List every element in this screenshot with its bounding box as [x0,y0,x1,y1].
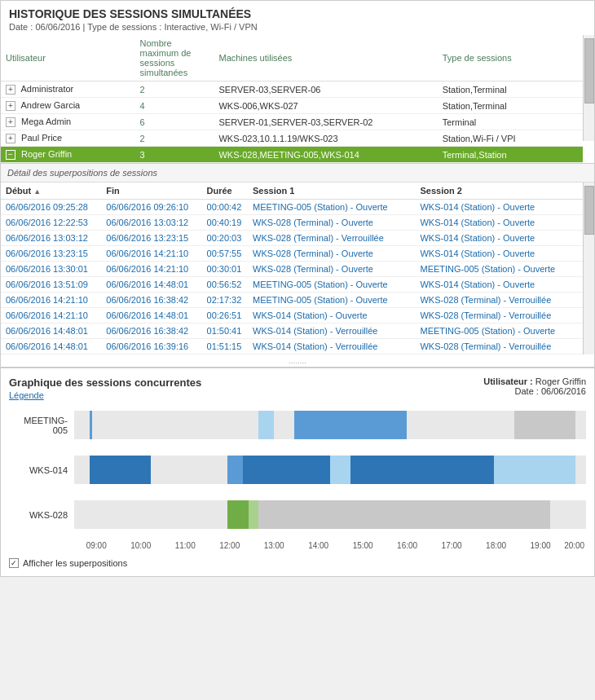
detail-table-row[interactable]: 06/06/2016 14:21:10 06/06/2016 16:38:42 … [1,293,583,308]
detail-table-row[interactable]: 06/06/2016 12:22:53 06/06/2016 13:03:12 … [1,215,583,231]
cell-duree: 02:17:32 [202,293,249,308]
chart-row-wks014: WKS-014 [9,451,586,488]
detail-table-row[interactable]: 06/06/2016 14:48:01 06/06/2016 16:39:16 … [1,339,583,354]
cell-debut: 06/06/2016 13:30:01 [1,262,101,277]
chart-date-label: Date : 06/06/2016 [515,386,586,396]
show-overlaps-checkbox[interactable]: ✓ [9,558,19,568]
cell-fin: 06/06/2016 13:23:15 [101,231,201,246]
col-header-duree: Durée [202,183,249,200]
top-table-row[interactable]: + Mega Admin 6 SERVER-01,SERVER-03,SERVE… [1,114,583,130]
cell-session1: MEETING-005 (Station) - Ouverte [248,277,415,293]
cell-fin: 06/06/2016 09:26:10 [101,200,201,215]
chart-bars-wks028 [74,500,586,529]
bar-wks028-2 [249,500,259,529]
cell-max: 2 [135,81,214,98]
bar-wks014-6 [494,456,575,484]
x-axis-label: 16:00 [385,541,429,550]
cell-session2: WKS-014 (Station) - Ouverte [415,246,583,262]
x-axis-label: 14:00 [296,541,340,550]
cell-session1: MEETING-005 (Station) - Ouverte [248,200,415,215]
cell-session2: WKS-028 (Terminal) - Verrouillée [415,308,583,324]
chart-section: Graphique des sessions concurrentes Lége… [1,367,594,576]
cell-user: + Paul Price [1,130,135,147]
cell-fin: 06/06/2016 13:03:12 [101,215,201,231]
cell-type: Terminal,Station [438,147,583,163]
detail-header-label: Détail des superpositions de sessions [1,164,594,183]
cell-duree: 00:30:01 [202,262,249,277]
detail-table-row[interactable]: 06/06/2016 09:25:28 06/06/2016 09:26:10 … [1,200,583,215]
bar-wks028-4 [258,500,550,529]
chart-bottom: ✓ Afficher les superpositions [9,555,586,568]
user-name-3: Paul Price [21,133,62,143]
legend-link[interactable]: Légende [9,390,201,400]
top-table-wrapper: Utilisateur Nombre maximum de sessions s… [1,35,594,163]
expand-btn-2[interactable]: + [6,117,15,127]
top-table-row[interactable]: + Andrew Garcia 4 WKS-006,WKS-027 Statio… [1,98,583,114]
x-axis-label: 10:00 [118,541,162,550]
show-overlaps-area[interactable]: ✓ Afficher les superpositions [9,558,127,568]
detail-table-row[interactable]: 06/06/2016 14:48:01 06/06/2016 16:38:42 … [1,324,583,339]
cell-user: + Andrew Garcia [1,98,135,114]
chart-title-area: Graphique des sessions concurrentes Lége… [9,376,201,400]
cell-debut: 06/06/2016 14:48:01 [1,339,101,354]
cell-duree: 01:50:41 [202,324,249,339]
detail-scroll-thumb[interactable] [584,186,594,235]
cell-user: − Roger Griffin [1,147,135,163]
cell-debut: 06/06/2016 13:03:12 [1,231,101,246]
cell-user: + Administrator [1,81,135,98]
detail-table-row[interactable]: 06/06/2016 13:30:01 06/06/2016 14:21:10 … [1,262,583,277]
chart-row-meeting005: MEETING-005 [9,407,586,443]
col-header-user: Utilisateur [1,35,135,81]
expand-btn-4[interactable]: − [6,150,15,160]
col-header-machines: Machines utilisées [214,35,437,81]
detail-table-row[interactable]: 06/06/2016 13:23:15 06/06/2016 14:21:10 … [1,246,583,262]
expand-btn-1[interactable]: + [6,101,15,111]
cell-duree: 00:26:51 [202,308,249,324]
col-header-max: Nombre maximum de sessions simultanées [135,35,214,81]
cell-type: Station,Terminal [438,81,583,98]
detail-table-row[interactable]: 06/06/2016 13:03:12 06/06/2016 13:23:15 … [1,231,583,246]
bar-wks014-4 [330,456,350,484]
expand-btn-3[interactable]: + [6,134,15,143]
detail-table-scrollbar[interactable] [583,183,594,354]
col-header-session2: Session 2 [415,183,583,200]
user-name-0: Administrator [20,84,73,94]
chart-area: MEETING-005 WKS-014 [9,407,586,550]
show-overlaps-label: Afficher les superpositions [23,558,127,568]
top-table-row[interactable]: + Paul Price 2 WKS-023,10.1.1.19/WKS-023… [1,130,583,147]
detail-table-row[interactable]: 06/06/2016 14:21:10 06/06/2016 14:48:01 … [1,308,583,324]
cell-session1: WKS-028 (Terminal) - Ouverte [248,246,415,262]
scroll-thumb[interactable] [584,38,594,103]
top-table-row[interactable]: + Administrator 2 SERVER-03,SERVER-06 St… [1,81,583,98]
cell-fin: 06/06/2016 16:38:42 [101,293,201,308]
x-axis-label: 13:00 [252,541,296,550]
cell-debut: 06/06/2016 13:23:15 [1,246,101,262]
cell-fin: 06/06/2016 16:38:42 [101,324,201,339]
bar-wks014-1 [90,456,151,484]
cell-duree: 00:57:55 [202,246,249,262]
chart-user-label: Utilisateur : Roger Griffin [483,376,586,386]
bar-wks014-3 [243,456,330,484]
top-table-row[interactable]: − Roger Griffin 3 WKS-028,MEETING-005,WK… [1,147,583,163]
detail-table-row[interactable]: 06/06/2016 13:51:09 06/06/2016 14:48:01 … [1,277,583,293]
main-title: HISTORIQUE DES SESSIONS SIMULTANÉES [9,7,586,20]
cell-debut: 06/06/2016 14:21:10 [1,293,101,308]
header-section: HISTORIQUE DES SESSIONS SIMULTANÉES Date… [1,1,594,35]
chart-header: Graphique des sessions concurrentes Lége… [9,376,586,400]
cell-debut: 06/06/2016 09:25:28 [1,200,101,215]
chart-title: Graphique des sessions concurrentes [9,376,201,389]
cell-session2: WKS-014 (Station) - Ouverte [415,200,583,215]
cell-fin: 06/06/2016 14:21:10 [101,246,201,262]
more-rows-indicator: ........ [1,354,594,367]
cell-max: 4 [135,98,214,114]
cell-max: 3 [135,147,214,163]
cell-duree: 01:51:15 [202,339,249,354]
bar-wks028-1 [227,500,248,529]
top-table-scrollbar[interactable] [583,35,594,141]
cell-debut: 06/06/2016 14:21:10 [1,308,101,324]
cell-machines: SERVER-01,SERVER-03,SERVER-02 [214,114,437,130]
expand-btn-0[interactable]: + [6,85,15,95]
detail-table-wrapper: Début ▲ Fin Durée Session 1 [1,183,594,354]
x-axis-label: 12:00 [207,541,251,550]
cell-session2: WKS-014 (Station) - Ouverte [415,277,583,293]
